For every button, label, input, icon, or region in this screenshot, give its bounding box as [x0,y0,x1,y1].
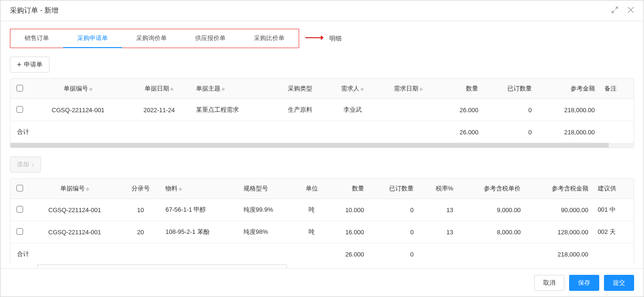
col2-docno[interactable]: 单据编号 [60,185,85,192]
tab-sales-order[interactable]: 销售订单 [10,29,63,48]
col-orderedqty[interactable]: 已订数量 [507,85,532,92]
tab-purchase-request[interactable]: 采购申请单 [63,29,122,48]
col2-unit[interactable]: 单位 [306,185,318,192]
total-qty: 26.000 [439,121,483,143]
arrow-icon [305,35,324,42]
tab-purchase-inquiry[interactable]: 采购询价单 [122,29,181,48]
col-subject[interactable]: 单据主题 [196,85,220,92]
add-button-label: 申请单 [24,60,42,69]
cell-type: 生产原料 [273,99,326,121]
table2-total-row: 合计 26.000 0 218,000.00 [10,243,634,265]
col2-spec[interactable]: 规格型号 [244,185,268,192]
cell-orderedqty: 0 [483,99,536,121]
cell-supplier: 001 中 [593,199,634,221]
cell-orderedqty: 0 [369,199,418,221]
col-refamount[interactable]: 参考金额 [571,85,595,92]
submit-button[interactable]: 提交 [604,275,634,291]
table-row[interactable]: CGSQ-221124-001 10 67-56-1-1 甲醇 纯度99.9% … [10,199,634,221]
cell-amount: 90,000.00 [525,199,593,221]
table2: 单据编号◆ 分录号 物料◆ 规格型号 单位 数量 已订数量 税率% 参考含税单价… [10,179,634,264]
col2-entry[interactable]: 分录号 [131,185,150,192]
table-row[interactable]: CGSQ-221124-001 20 108-95-2-1 苯酚 纯度98% 吨… [10,221,634,243]
table1: 单据编号◆ 单据日期◆ 单据主题◆ 采购类型 需求人◆ 需求日期◆ 数量 已订数… [10,79,634,143]
col2-supplier[interactable]: 建议供 [598,185,616,192]
col-reqdate[interactable]: 需求日期 [394,85,418,92]
table2-container: 单据编号◆ 分录号 物料◆ 规格型号 单位 数量 已订数量 税率% 参考含税单价… [10,178,634,264]
col2-qty[interactable]: 数量 [352,185,364,192]
sort-icon: ◆ [419,87,423,91]
cell-unit: 吨 [296,199,327,221]
col-type[interactable]: 采购类型 [288,85,312,92]
cell-reqdate [378,99,439,121]
cell-material: 108-95-2-1 苯酚 [161,221,239,243]
sort-icon: ◆ [89,87,93,91]
cell-qty: 16.000 [327,221,368,243]
col2-unitprice[interactable]: 参考含税单价 [484,185,521,192]
add-request-button[interactable]: + 申请单 [10,57,49,73]
cell-unitprice: 9,000.00 [458,199,525,221]
sort-icon: ◆ [221,87,225,91]
total-label: 合计 [10,243,120,265]
cancel-button[interactable]: 取消 [534,275,564,291]
tabs-container: 销售订单 采购申请单 采购询价单 供应报价单 采购比价单 [10,29,299,48]
close-icon[interactable] [628,7,634,15]
cell-subject: 某重点工程需求 [191,99,274,121]
total-amount: 218,000.00 [525,243,593,265]
save-button[interactable]: 保存 [569,275,599,291]
col-qty[interactable]: 数量 [466,85,478,92]
col2-taxrate[interactable]: 税率% [436,185,454,192]
sort-icon: ◆ [170,87,174,91]
cell-spec: 纯度99.9% [239,199,296,221]
col-remark[interactable]: 备注 [604,85,617,92]
chevron-right-icon: › [32,161,34,168]
col-person[interactable]: 需求人 [341,85,359,92]
sort-icon: ◆ [179,187,182,191]
cell-remark [600,99,634,121]
cell-spec: 纯度98% [239,221,296,243]
total-qty: 26.000 [327,243,368,265]
total-orderedqty: 0 [369,243,418,265]
cell-entry: 10 [120,199,161,221]
col2-amount[interactable]: 参考含税金额 [552,185,588,192]
col2-orderedqty[interactable]: 已订数量 [389,185,414,192]
cell-qty: 10.000 [327,199,368,221]
sort-icon: ◆ [360,87,364,91]
cell-taxrate: 13 [418,199,458,221]
cell-docno: CGSQ-221124-001 [29,221,120,243]
tab-purchase-compare[interactable]: 采购比价单 [240,29,299,48]
fullscreen-icon[interactable] [611,7,618,15]
detail-label: 明细 [329,34,342,43]
tab-supply-quote[interactable]: 供应报价单 [181,29,240,48]
cell-material: 67-56-1-1 甲醇 [161,199,239,221]
cell-refamount: 218,000.00 [537,99,600,121]
row-checkbox[interactable] [16,228,23,235]
cell-unitprice: 8,000.00 [458,221,525,243]
table2-select-all[interactable] [16,185,23,191]
col-date[interactable]: 单据日期 [145,85,169,92]
sort-icon: ◆ [86,187,90,191]
col-docno[interactable]: 单据编号 [64,85,88,92]
cell-supplier: 002 天 [593,221,634,243]
total-label: 合计 [10,121,127,143]
cell-person: 李业武 [327,99,378,121]
cell-date: 2022-11-24 [127,99,191,121]
row-checkbox[interactable] [16,106,23,113]
row-checkbox[interactable] [16,206,23,213]
dialog-header: 采购订单 - 新增 [0,0,644,21]
cell-docno: CGSQ-221124-001 [29,199,120,221]
svg-marker-1 [321,35,324,40]
partial-field [37,264,287,268]
col2-material[interactable]: 物料 [165,185,178,192]
table1-container: 单据编号◆ 单据日期◆ 单据主题◆ 采购类型 需求人◆ 需求日期◆ 数量 已订数… [10,78,634,148]
cell-unit: 吨 [296,221,327,243]
dialog-footer: 取消 保存 提交 [0,268,644,297]
table-row[interactable]: CGSQ-221124-001 2022-11-24 某重点工程需求 生产原料 … [10,99,634,121]
cell-amount: 128,000.00 [525,221,593,243]
cell-entry: 20 [120,221,161,243]
total-refamount: 218,000.00 [537,121,600,143]
cell-orderedqty: 0 [369,221,418,243]
table1-total-row: 合计 26.000 0 218,000.00 [10,121,634,143]
table1-select-all[interactable] [16,85,23,91]
table1-scrollbar[interactable] [10,143,634,148]
add-detail-button: 添加 › [10,157,41,173]
